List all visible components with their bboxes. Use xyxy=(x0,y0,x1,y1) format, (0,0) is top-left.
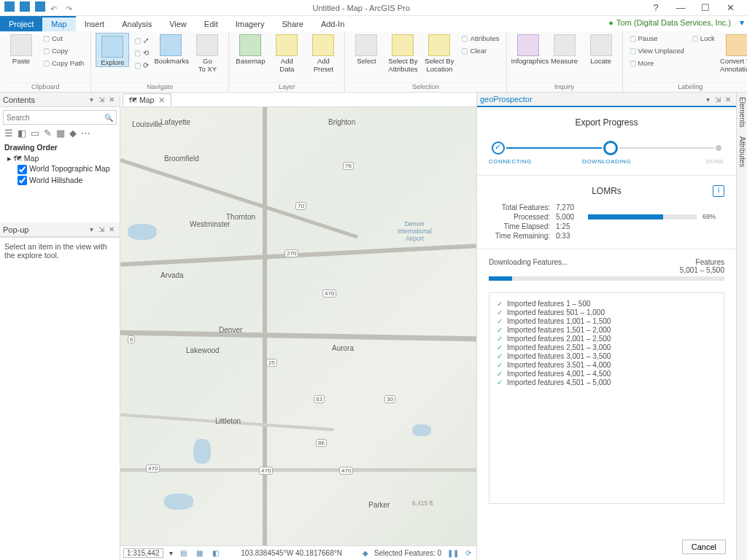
layer-world-hillshade[interactable]: World Hillshade xyxy=(0,175,120,187)
attributes-button[interactable]: Attributes xyxy=(459,33,501,44)
paste-button[interactable]: Paste xyxy=(4,33,38,65)
qat-new-icon[interactable] xyxy=(4,1,15,12)
list-snapping-icon[interactable]: ▦ xyxy=(56,128,65,139)
popup-close-icon[interactable]: ✕ xyxy=(107,225,117,233)
title-bar: ↶ ↷ Untitled - Map - ArcGIS Pro ? — ☐ ✕ xyxy=(0,0,747,16)
nav-next-extent-icon[interactable]: ⟳ xyxy=(132,60,151,71)
status-icon-1[interactable]: ▤ xyxy=(179,549,189,557)
dataset-name: LOMRs xyxy=(592,186,622,196)
close-button[interactable]: ✕ xyxy=(718,2,743,13)
locate-button[interactable]: Locate xyxy=(584,33,618,65)
select-by-loc-button[interactable]: Select By Location xyxy=(422,33,456,73)
view-unplaced-button[interactable]: View Unplaced xyxy=(627,45,686,57)
import-log: Imported features 1 – 500 Imported featu… xyxy=(489,292,724,504)
list-source-icon[interactable]: ◧ xyxy=(18,128,26,139)
user-label[interactable]: Tom (Digital Data Services, Inc.) xyxy=(608,16,737,31)
gp-close-icon[interactable]: ✕ xyxy=(723,96,733,104)
bookmarks-button[interactable]: Bookmarks xyxy=(154,33,187,65)
add-data-button[interactable]: Add Data xyxy=(270,33,303,73)
log-row: Imported features 501 – 1,000 xyxy=(497,308,716,316)
copy-button[interactable]: Copy xyxy=(41,45,86,57)
group-selection: Select Select By Attributes Select By Lo… xyxy=(345,31,506,92)
status-icon-2[interactable]: ▦ xyxy=(195,549,205,557)
help-icon[interactable]: ? xyxy=(643,2,668,13)
scale-dropdown-icon[interactable]: ▾ xyxy=(169,549,173,557)
status-pause-icon[interactable]: ❚❚ xyxy=(447,549,457,557)
qat-redo-icon[interactable]: ↷ xyxy=(66,4,76,15)
nav-prev-extent-icon[interactable]: ⟲ xyxy=(132,47,151,59)
cut-button[interactable]: Cut xyxy=(41,33,86,44)
export-progress-title: Export Progress xyxy=(489,117,724,128)
rail-attributes[interactable]: Attributes xyxy=(738,132,746,171)
explore-button[interactable]: Explore xyxy=(96,33,129,67)
tree-map-root[interactable]: ▸ 🗺 Map xyxy=(0,153,120,163)
gotoxy-button[interactable]: Go To XY xyxy=(190,33,224,73)
map-tab-bar: 🗺 Map✕ xyxy=(120,93,476,107)
status-refresh-icon[interactable]: ⟳ xyxy=(463,549,473,557)
basemap-button[interactable]: Basemap xyxy=(233,33,267,65)
tab-edit[interactable]: Edit xyxy=(196,16,227,31)
drawing-order-label: Drawing Order xyxy=(0,141,120,153)
tab-view[interactable]: View xyxy=(160,16,196,31)
tab-map[interactable]: Map xyxy=(42,16,75,31)
add-preset-button[interactable]: Add Preset xyxy=(306,33,340,73)
rail-elements[interactable]: Elements xyxy=(738,93,746,132)
map-canvas[interactable]: Louisville Lafayette Brighton Broomfield… xyxy=(120,107,476,545)
tab-addin[interactable]: Add-In xyxy=(312,16,353,31)
maximize-button[interactable]: ☐ xyxy=(693,2,718,13)
cancel-button[interactable]: Cancel xyxy=(682,540,726,554)
contents-search[interactable]: 🔍 xyxy=(3,110,117,125)
infographics-button[interactable]: Infographics xyxy=(511,33,545,65)
qat-save-icon[interactable] xyxy=(35,1,45,12)
gp-menu-icon[interactable]: ▾ xyxy=(703,96,713,104)
clear-selection-button[interactable]: Clear xyxy=(459,45,501,57)
tab-insert[interactable]: Insert xyxy=(76,16,114,31)
convert-annotation-button[interactable]: Convert To Annotation xyxy=(720,33,747,73)
list-more-icon[interactable]: ⋯ xyxy=(81,128,90,139)
select-by-attr-button[interactable]: Select By Attributes xyxy=(386,33,419,73)
shield-sh86: 86 xyxy=(316,439,327,447)
tab-share[interactable]: Share xyxy=(274,16,312,31)
dataset-section: LOMRs i Total Features:7,270 Processed: … xyxy=(477,180,736,244)
search-input[interactable] xyxy=(7,114,104,122)
copy-path-button[interactable]: Copy Path xyxy=(41,58,86,69)
list-drawing-order-icon[interactable]: ☰ xyxy=(4,128,13,139)
contents-pin-icon[interactable]: ⇲ xyxy=(96,96,107,104)
select-button[interactable]: Select xyxy=(349,33,383,65)
layer-world-topo[interactable]: World Topographic Map xyxy=(0,163,120,175)
label-thornton: Thornton xyxy=(226,213,255,221)
tab-imagery[interactable]: Imagery xyxy=(227,16,274,31)
shield-sh470c: 470 xyxy=(339,467,353,475)
notification-icon[interactable]: ▾ xyxy=(737,16,747,31)
popup-menu-icon[interactable]: ▾ xyxy=(86,225,96,233)
map-coords: 103.8384545°W 40.1817668°N xyxy=(241,549,342,557)
download-label: Downloading Features... xyxy=(489,258,568,274)
qat-undo-icon[interactable]: ↶ xyxy=(50,4,61,15)
popup-pin-icon[interactable]: ⇲ xyxy=(96,225,107,233)
nav-full-extent-icon[interactable]: ⤢ xyxy=(132,35,151,47)
tab-project[interactable]: Project xyxy=(0,16,42,31)
status-icon-3[interactable]: ◧ xyxy=(211,549,221,557)
list-labeling-icon[interactable]: ◆ xyxy=(69,128,77,139)
contents-close-icon[interactable]: ✕ xyxy=(107,96,117,104)
qat-open-icon[interactable] xyxy=(20,1,30,12)
tab-analysis[interactable]: Analysis xyxy=(113,16,160,31)
map-tab-close-icon[interactable]: ✕ xyxy=(158,96,165,104)
gp-pin-icon[interactable]: ⇲ xyxy=(713,96,723,104)
log-row: Imported features 1 – 500 xyxy=(497,300,716,308)
minimize-button[interactable]: — xyxy=(668,2,693,13)
pause-labels-button[interactable]: Pause xyxy=(627,33,686,44)
dataset-info-icon[interactable]: i xyxy=(713,185,724,197)
map-scale[interactable]: 1:315,442 xyxy=(123,548,163,558)
map-tab[interactable]: 🗺 Map✕ xyxy=(123,93,171,106)
step-downloading-label: DOWNLOADING xyxy=(568,158,646,165)
map-status-bar: 1:315,442 ▾ ▤ ▦ ◧ 103.8384545°W 40.18176… xyxy=(120,545,476,560)
lock-labels-button[interactable]: Lock xyxy=(689,33,717,44)
search-icon[interactable]: 🔍 xyxy=(104,114,113,122)
measure-button[interactable]: Measure xyxy=(548,33,581,65)
labeling-more-button[interactable]: More xyxy=(627,58,686,69)
list-selection-icon[interactable]: ▭ xyxy=(31,128,39,139)
contents-menu-icon[interactable]: ▾ xyxy=(86,96,96,104)
shield-e470: 470 xyxy=(322,289,336,298)
list-editing-icon[interactable]: ✎ xyxy=(44,128,52,139)
